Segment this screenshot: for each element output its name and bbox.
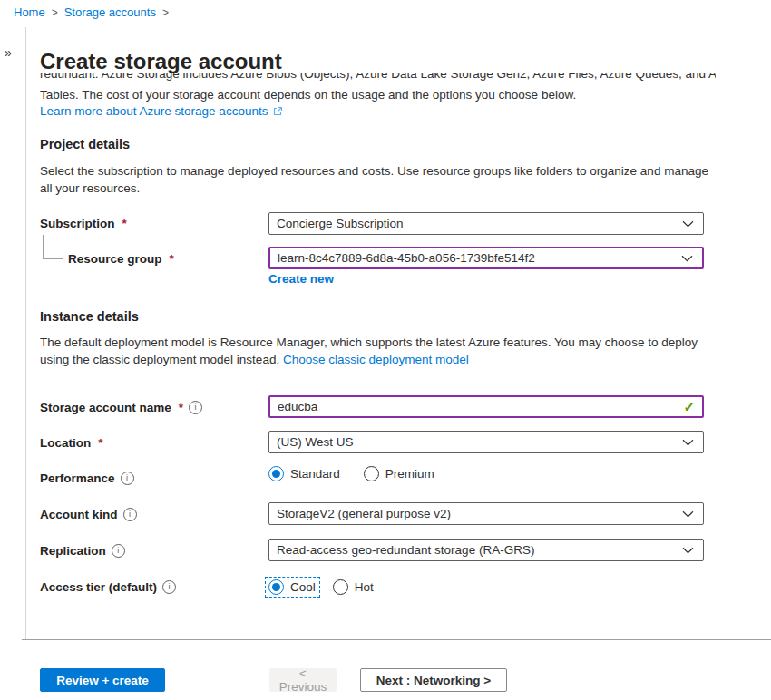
replication-label: Replication i <box>40 544 125 558</box>
account-kind-label: Account kind i <box>40 508 137 521</box>
info-icon[interactable]: i <box>121 472 134 485</box>
panel-left-edge <box>25 27 26 639</box>
subscription-value: Concierge Subscription <box>277 213 682 234</box>
performance-premium-radio[interactable]: Premium <box>364 466 434 481</box>
resource-group-dropdown[interactable]: learn-8c4c7889-6d8a-45b0-a056-1739bfe514… <box>268 247 704 269</box>
resource-group-value: learn-8c4c7889-6d8a-45b0-a056-1739bfe514… <box>278 248 681 268</box>
access-tier-label: Access tier (default) i <box>40 580 176 594</box>
account-kind-dropdown[interactable]: StorageV2 (general purpose v2) <box>268 502 704 525</box>
performance-premium-label: Premium <box>386 467 434 481</box>
info-icon[interactable]: i <box>112 544 125 558</box>
footer-divider <box>22 639 771 640</box>
required-marker: * <box>98 436 102 450</box>
performance-standard-label: Standard <box>290 467 340 481</box>
create-new-link[interactable]: Create new <box>268 272 334 286</box>
breadcrumb-separator: > <box>52 6 58 19</box>
previous-button[interactable]: < Previous <box>269 668 337 692</box>
intro-clipped-line: redundant. Azure Storage includes Azure … <box>40 73 716 83</box>
info-icon[interactable]: i <box>189 401 202 414</box>
performance-label: Performance i <box>40 472 134 485</box>
chevron-down-icon <box>682 547 694 554</box>
location-label: Location* <box>40 436 103 450</box>
resource-group-connector-line <box>43 235 63 259</box>
radio-unselected-icon <box>333 579 348 595</box>
access-tier-cool-label: Cool <box>290 580 316 594</box>
review-create-button[interactable]: Review + create <box>40 668 165 692</box>
required-marker: * <box>179 401 183 414</box>
external-link-icon <box>272 106 283 117</box>
project-details-description: Select the subscription to manage deploy… <box>40 163 711 197</box>
replication-dropdown[interactable]: Read-access geo-redundant storage (RA-GR… <box>268 539 704 561</box>
classic-deployment-link[interactable]: Choose classic deployment model <box>283 353 469 366</box>
account-kind-value: StorageV2 (general purpose v2) <box>277 503 682 524</box>
required-marker: * <box>122 217 127 230</box>
info-icon[interactable]: i <box>123 508 137 521</box>
instance-details-heading: Instance details <box>40 309 139 324</box>
expand-panel-icon[interactable]: » <box>5 45 12 60</box>
breadcrumb-separator: > <box>162 6 169 19</box>
learn-more-label: Learn more about Azure storage accounts <box>40 104 268 118</box>
required-marker: * <box>170 252 174 266</box>
access-tier-cool-radio[interactable]: Cool <box>265 577 320 598</box>
next-networking-button[interactable]: Next : Networking > <box>360 668 507 692</box>
chevron-down-icon <box>682 510 694 518</box>
project-details-heading: Project details <box>40 137 130 151</box>
access-tier-radio-group: Cool Hot <box>268 577 374 598</box>
storage-account-name-input[interactable] <box>278 400 683 413</box>
replication-value: Read-access geo-redundant storage (RA-GR… <box>277 540 682 560</box>
access-tier-hot-radio[interactable]: Hot <box>333 579 374 595</box>
access-tier-hot-label: Hot <box>355 580 374 594</box>
chevron-down-icon <box>682 439 694 446</box>
create-storage-account-page: { "common": { "required_marker": "*", "i… <box>0 0 771 700</box>
subscription-label: Subscription* <box>40 217 127 230</box>
breadcrumb-home-link[interactable]: Home <box>14 5 45 19</box>
breadcrumb: Home > Storage accounts > <box>14 5 169 19</box>
location-value: (US) West US <box>277 432 682 452</box>
radio-selected-icon <box>268 466 284 481</box>
storage-account-name-field: ✓ <box>268 395 704 418</box>
subscription-dropdown[interactable]: Concierge Subscription <box>268 212 704 235</box>
breadcrumb-storage-accounts-link[interactable]: Storage accounts <box>64 5 156 19</box>
storage-account-name-label: Storage account name* i <box>40 401 202 414</box>
valid-checkmark-icon: ✓ <box>683 399 695 415</box>
radio-unselected-icon <box>364 466 379 481</box>
info-icon[interactable]: i <box>162 580 176 594</box>
chevron-down-icon <box>681 255 693 262</box>
resource-group-label: Resource group* <box>68 252 174 266</box>
location-dropdown[interactable]: (US) West US <box>268 431 704 453</box>
performance-standard-radio[interactable]: Standard <box>268 466 340 481</box>
page-title: Create storage account <box>40 49 282 74</box>
performance-radio-group: Standard Premium <box>268 466 434 481</box>
instance-details-description: The default deployment model is Resource… <box>40 335 711 368</box>
learn-more-link[interactable]: Learn more about Azure storage accounts <box>40 104 283 118</box>
chevron-down-icon <box>682 220 694 228</box>
intro-text: Tables. The cost of your storage account… <box>40 87 716 103</box>
radio-selected-icon <box>268 579 284 595</box>
